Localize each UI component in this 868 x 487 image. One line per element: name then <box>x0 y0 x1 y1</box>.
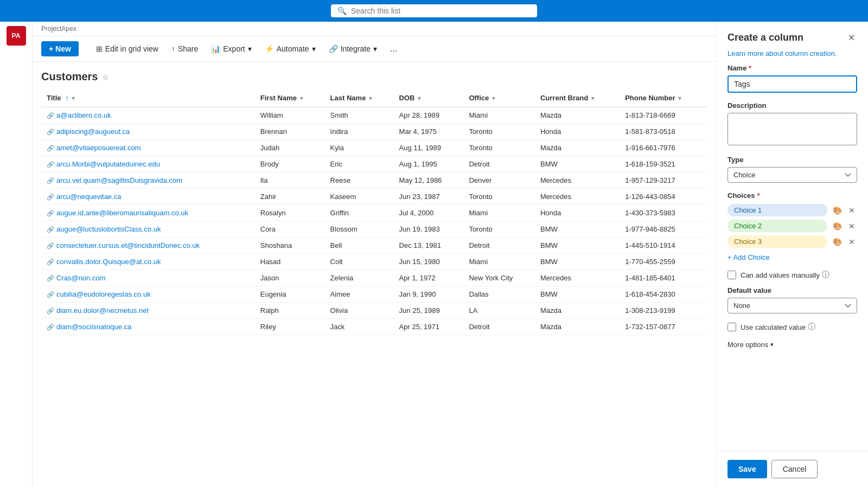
cell-brand: BMW <box>535 156 620 172</box>
cell-brand: BMW <box>535 254 620 270</box>
add-choice-button[interactable]: + Add Choice <box>727 251 770 264</box>
table-row[interactable]: 🔗arcu.Morbi@vulputateduinec.edu Brody Er… <box>41 156 707 172</box>
cell-lastname: Aimee <box>325 286 394 303</box>
filter-icon[interactable]: ▾ <box>678 95 681 101</box>
col-firstname[interactable]: First Name ▾ <box>255 89 325 107</box>
edit-grid-button[interactable]: ⊞ Edit in grid view <box>92 41 163 56</box>
table-row[interactable]: 🔗diam@sociisnatoque.ca Riley Jack Apr 25… <box>41 319 707 335</box>
cell-office: Detroit <box>463 319 535 335</box>
table-row[interactable]: 🔗augue@luctuslobortisClass.co.uk Cora Bl… <box>41 221 707 238</box>
cell-firstname: Ila <box>255 172 325 189</box>
more-toolbar-button[interactable]: ... <box>386 41 401 57</box>
new-button[interactable]: + New <box>41 41 79 56</box>
cell-title: 🔗amet@vitaeposuereat.com <box>41 140 255 156</box>
cell-firstname: Ralph <box>255 303 325 319</box>
table-row[interactable]: 🔗adipiscing@augueut.ca Brennan Indira Ma… <box>41 124 707 140</box>
table-row[interactable]: 🔗arcu.vel.quam@sagittisDuisgravida.com I… <box>41 172 707 189</box>
col-brand[interactable]: Current Brand ▾ <box>535 89 620 107</box>
default-value-group: Default value None Choice 1 Choice 2 Cho… <box>727 286 857 313</box>
table-row[interactable]: 🔗augue.id.ante@liberomaurisaliquam.co.uk… <box>41 205 707 221</box>
col-lastname[interactable]: Last Name ▾ <box>325 89 394 107</box>
cell-office: Miami <box>463 107 535 124</box>
use-calculated-checkbox[interactable] <box>727 323 736 331</box>
cell-firstname: Hasad <box>255 254 325 270</box>
cell-dob: Jul 4, 2000 <box>394 205 464 221</box>
choices-required: * <box>757 191 760 200</box>
col-title[interactable]: Title ↑ ▾ <box>41 89 255 107</box>
cell-phone: 1-581-873-0518 <box>620 124 707 140</box>
close-panel-button[interactable]: ✕ <box>846 30 857 45</box>
project-label: ProjectApex <box>33 22 716 36</box>
integrate-button[interactable]: 🔗 Integrate ▾ <box>324 41 381 56</box>
can-add-manually-checkbox[interactable] <box>727 271 736 279</box>
use-calculated-info-icon[interactable]: ⓘ <box>808 322 815 332</box>
col-dob[interactable]: DOB ▾ <box>394 89 464 107</box>
choice-1-actions: 🎨 ✕ <box>831 205 857 216</box>
cancel-button[interactable]: Cancel <box>771 460 818 478</box>
choice-2-delete-button[interactable]: ✕ <box>846 221 857 232</box>
table-row[interactable]: 🔗convallis.dolor.Quisque@at.co.uk Hasad … <box>41 254 707 270</box>
cell-brand: Mazda <box>535 107 620 124</box>
cell-title: 🔗augue@luctuslobortisClass.co.uk <box>41 221 255 238</box>
cell-phone: 1-445-510-1914 <box>620 238 707 254</box>
can-add-info-icon[interactable]: ⓘ <box>822 270 829 280</box>
cell-phone: 1-732-157-0877 <box>620 319 707 335</box>
col-phone[interactable]: Phone Number ▾ <box>620 89 707 107</box>
use-calculated-label[interactable]: Use calculated value ⓘ <box>741 322 815 332</box>
search-input[interactable] <box>351 7 531 15</box>
cell-title: 🔗convallis.dolor.Quisque@at.co.uk <box>41 254 255 270</box>
share-icon: ↑ <box>171 44 175 53</box>
choice-1-pill[interactable]: Choice 1 <box>727 204 827 216</box>
cell-title: 🔗consectetuer.cursus.et@tinciduntDonec.c… <box>41 238 255 254</box>
panel-header: Create a column ✕ <box>717 22 868 49</box>
page-title: Customers <box>41 71 98 83</box>
row-icon: 🔗 <box>47 210 54 216</box>
filter-icon[interactable]: ▾ <box>492 95 495 101</box>
cell-phone: 1-481-185-6401 <box>620 270 707 286</box>
automate-button[interactable]: ⚡ Automate ▾ <box>260 41 320 56</box>
choice-1-delete-button[interactable]: ✕ <box>846 205 857 216</box>
name-input[interactable] <box>727 75 857 93</box>
choice-3-pill[interactable]: Choice 3 <box>727 235 827 248</box>
can-add-manually-label[interactable]: Can add values manually ⓘ <box>741 270 829 280</box>
export-button[interactable]: 📊 Export ▾ <box>207 41 256 56</box>
default-value-select[interactable]: None Choice 1 Choice 2 Choice 3 <box>727 298 857 313</box>
filter-icon[interactable]: ▾ <box>72 95 75 101</box>
cell-title: 🔗augue.id.ante@liberomaurisaliquam.co.uk <box>41 205 255 221</box>
cell-title: 🔗diam.eu.dolor@necmetus.net <box>41 303 255 319</box>
choice-2-pill[interactable]: Choice 2 <box>727 220 827 232</box>
table-row[interactable]: 🔗a@aclibero.co.uk William Smith Apr 28, … <box>41 107 707 124</box>
table-row[interactable]: 🔗arcu@nequevitae.ca Zahir Kaseem Jun 23,… <box>41 189 707 205</box>
table-row[interactable]: 🔗consectetuer.cursus.et@tinciduntDonec.c… <box>41 238 707 254</box>
row-icon: 🔗 <box>47 242 54 249</box>
save-button[interactable]: Save <box>727 460 767 478</box>
choice-3-delete-button[interactable]: ✕ <box>846 236 857 247</box>
favorite-icon[interactable]: ☆ <box>102 73 109 81</box>
cell-brand: BMW <box>535 238 620 254</box>
type-select[interactable]: Choice Text Number Date and Time Person … <box>727 167 857 183</box>
table-row[interactable]: 🔗Cras@non.com Jason Zelenia Apr 1, 1972 … <box>41 270 707 286</box>
main-content: ProjectApex + New ⊞ Edit in grid view ↑ … <box>33 22 716 487</box>
col-office[interactable]: Office ▾ <box>463 89 535 107</box>
cell-firstname: Eugenia <box>255 286 325 303</box>
choice-2-color-button[interactable]: 🎨 <box>831 221 844 232</box>
filter-icon[interactable]: ▾ <box>591 95 595 101</box>
learn-more-link[interactable]: Learn more about column creation. <box>717 49 868 64</box>
cell-phone: 1-813-718-6669 <box>620 107 707 124</box>
share-button[interactable]: ↑ Share <box>167 41 202 56</box>
customers-table: Title ↑ ▾ First Name ▾ Last Name ▾ <box>41 89 707 335</box>
filter-icon[interactable]: ▾ <box>369 95 372 101</box>
search-box[interactable]: 🔍 <box>331 4 537 17</box>
more-options-button[interactable]: More options ▾ <box>727 338 774 351</box>
filter-icon[interactable]: ▾ <box>300 95 303 101</box>
cell-brand: Mercedes <box>535 270 620 286</box>
choice-3-color-button[interactable]: 🎨 <box>831 236 844 247</box>
cell-dob: Jun 19, 1983 <box>394 221 464 238</box>
table-row[interactable]: 🔗diam.eu.dolor@necmetus.net Ralph Olivia… <box>41 303 707 319</box>
table-row[interactable]: 🔗cubilia@eudoloregestas.co.uk Eugenia Ai… <box>41 286 707 303</box>
description-input[interactable] <box>727 113 857 145</box>
table-row[interactable]: 🔗amet@vitaeposuereat.com Judah Kyla Aug … <box>41 140 707 156</box>
choice-1-color-button[interactable]: 🎨 <box>831 205 844 216</box>
filter-icon[interactable]: ▾ <box>418 95 421 101</box>
cell-lastname: Colt <box>325 254 394 270</box>
